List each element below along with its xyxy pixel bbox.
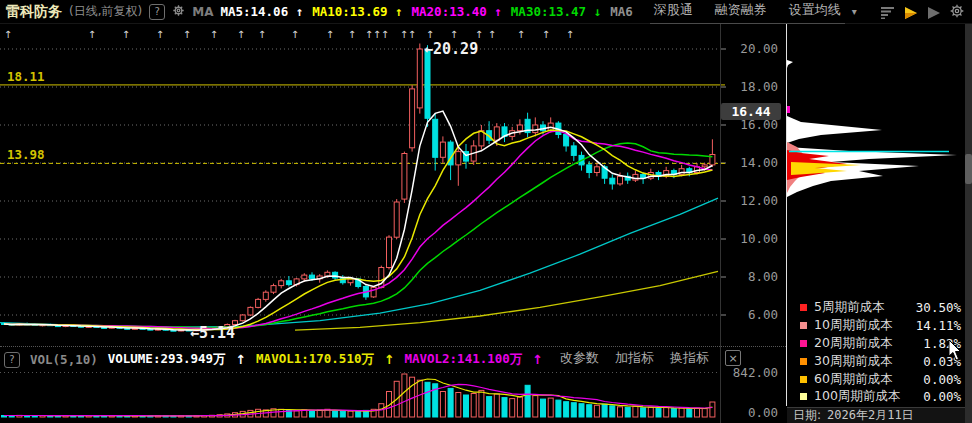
menu-item[interactable]: 深股通 xyxy=(654,1,693,19)
ma-group-label: MA xyxy=(192,5,213,19)
mavol1-value: MAVOL1:170.510万 xyxy=(256,351,374,368)
price-axis-label: 8.00 xyxy=(718,269,778,284)
volume-axis-min: 0.00 xyxy=(718,405,778,420)
svg-text:↑: ↑ xyxy=(475,29,483,40)
volume-value: VOLUME:293.949万 xyxy=(108,351,226,368)
legend-color-swatch xyxy=(800,393,807,400)
legend-row: 10周期前成本14.11% xyxy=(787,317,965,335)
svg-text:↑: ↑ xyxy=(88,29,96,40)
chart-toolbar: 雷科防务 (日线,前复权) ? MA MA5:14.06 ↑MA10:13.69… xyxy=(0,0,972,24)
menu-item[interactable]: 设置均线 xyxy=(789,1,841,19)
ref-price-upper-label: 18.11 xyxy=(7,69,45,84)
svg-text:↑: ↑ xyxy=(408,29,416,40)
legend-row: 5周期前成本30.50% xyxy=(787,299,965,317)
legend-value: 0.00% xyxy=(923,372,965,387)
help-icon[interactable]: ? xyxy=(4,352,20,368)
legend-color-swatch xyxy=(800,322,807,329)
period-adjust-label: (日线,前复权) xyxy=(69,3,142,20)
svg-text:↑: ↑ xyxy=(348,29,356,40)
svg-text:↑: ↑ xyxy=(488,29,496,40)
indicator-actions: 改参数加指标换指标× xyxy=(560,349,741,367)
ma-readout: MA5:14.06 ↑ xyxy=(220,4,303,19)
axis-divider xyxy=(720,24,721,423)
mouse-cursor xyxy=(948,340,964,362)
mavol2-value: MAVOL2:141.100万 xyxy=(404,351,522,368)
svg-text:↑: ↑ xyxy=(237,29,245,40)
price-axis-label: 14.00 xyxy=(718,155,778,170)
peak-price-annotation: ←20.29 xyxy=(424,40,478,58)
legend-row: 100周期前成本0.00% xyxy=(787,388,965,406)
chip-distribution-chart[interactable] xyxy=(787,24,972,300)
svg-text:↑: ↑ xyxy=(156,29,164,40)
svg-text:↑: ↑ xyxy=(381,29,389,40)
volume-bar-chart[interactable] xyxy=(0,372,720,423)
legend-label: 5周期前成本 xyxy=(814,299,916,316)
main-candlestick-chart[interactable]: ↑↑↑↑↑↑↑↑↑↑↑↑↑↑↑↑↑↑↑↑↑↑↑ xyxy=(0,24,786,348)
svg-text:↑: ↑ xyxy=(542,29,550,40)
older-cost-profile xyxy=(787,60,957,197)
chip-legend: 5周期前成本30.50%10周期前成本14.11%20周期前成本1.82%30周… xyxy=(787,299,965,406)
legend-value: 14.11% xyxy=(916,318,965,333)
menu-item[interactable]: 融资融券 xyxy=(715,1,767,19)
action-button[interactable]: 加指标 xyxy=(615,349,654,367)
svg-text:↑: ↑ xyxy=(183,29,191,40)
price-axis-label: 18.00 xyxy=(718,79,778,94)
ma-values-readout: MA5:14.06 ↑MA10:13.69 ↑MA20:13.40 ↑MA30:… xyxy=(220,4,632,19)
legend-label: 30周期前成本 xyxy=(814,353,923,370)
price-axis-label: 10.00 xyxy=(718,231,778,246)
svg-text:↑: ↑ xyxy=(210,29,218,40)
legend-label: 10周期前成本 xyxy=(814,317,916,334)
svg-text:↑: ↑ xyxy=(426,29,434,40)
ma-readout: MA30:13.47 ↓ xyxy=(511,4,601,19)
legend-color-swatch xyxy=(800,376,807,383)
volume-axis-max: 842.00 xyxy=(718,365,778,380)
chevron-down-icon[interactable]: ▾ xyxy=(852,6,857,17)
svg-text:↑: ↑ xyxy=(450,29,458,40)
legend-row: 60周期前成本0.00% xyxy=(787,370,965,388)
scrollbar-thumb[interactable] xyxy=(965,154,972,184)
date-label: 日期: xyxy=(793,407,821,423)
toolbar-right-icons xyxy=(881,4,964,21)
scrollbar-track[interactable] xyxy=(965,24,972,423)
ma-readout: MA6 xyxy=(610,4,633,19)
help-icon[interactable]: ? xyxy=(149,4,165,20)
trough-price-annotation: ←5.14 xyxy=(190,324,235,342)
svg-text:↑: ↑ xyxy=(566,29,574,40)
price-axis-label: 12.00 xyxy=(718,193,778,208)
legend-color-swatch xyxy=(800,340,807,347)
svg-text:↑: ↑ xyxy=(326,29,334,40)
toolbar-menu: 深股通融资融券设置均线 xyxy=(650,0,845,24)
price-axis-label: 6.00 xyxy=(718,307,778,322)
legend-label: 60周期前成本 xyxy=(814,371,923,388)
mavol1-up-arrow-icon: ↑ xyxy=(384,352,394,367)
legend-label: 20周期前成本 xyxy=(814,335,923,352)
svg-text:↑: ↑ xyxy=(517,29,525,40)
legend-label: 100周期前成本 xyxy=(814,388,923,405)
date-value: 2026年2月11日 xyxy=(827,407,914,423)
chip-date-row: 日期: 2026年2月11日 xyxy=(787,407,965,423)
gear-icon[interactable] xyxy=(950,4,964,21)
price-axis-label: 20.00 xyxy=(718,41,778,56)
legend-row: 20周期前成本1.82% xyxy=(787,335,965,353)
action-button[interactable]: 改参数 xyxy=(560,349,599,367)
action-button[interactable]: 换指标 xyxy=(670,349,709,367)
stock-chart-app: 雷科防务 (日线,前复权) ? MA MA5:14.06 ↑MA10:13.69… xyxy=(0,0,972,423)
list-lines-icon[interactable] xyxy=(881,6,895,19)
stock-name: 雷科防务 xyxy=(6,3,62,21)
svg-text:↑: ↑ xyxy=(291,29,299,40)
legend-value: 30.50% xyxy=(916,300,965,315)
current-price-tag: 16.44 xyxy=(721,103,781,120)
volume-indicator-label: VOL(5,10) xyxy=(30,352,98,367)
legend-row: 30周期前成本0.03% xyxy=(787,352,965,370)
svg-text:↑: ↑ xyxy=(4,29,12,40)
indicator-settings-gear-icon[interactable] xyxy=(172,4,185,20)
play-next-gray-icon[interactable] xyxy=(927,6,941,20)
play-next-yellow-icon[interactable] xyxy=(904,6,918,20)
legend-color-swatch xyxy=(800,358,807,365)
volume-up-arrow-icon: ↑ xyxy=(236,352,246,367)
svg-text:↑: ↑ xyxy=(122,29,130,40)
close-icon[interactable]: × xyxy=(725,350,741,366)
ma-readout: MA20:13.40 ↑ xyxy=(412,4,502,19)
ma-readout: MA10:13.69 ↑ xyxy=(312,4,402,19)
legend-color-swatch xyxy=(800,304,807,311)
